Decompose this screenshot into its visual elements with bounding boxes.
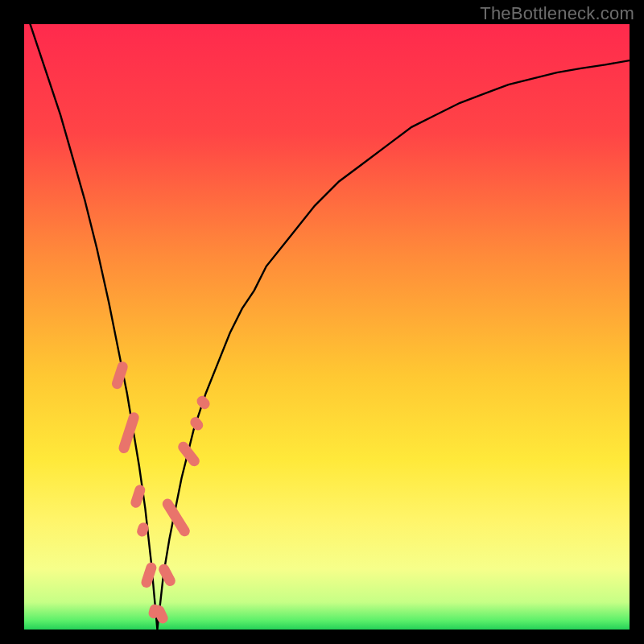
outer-frame: TheBottleneck.com <box>0 0 644 644</box>
watermark-text: TheBottleneck.com <box>480 3 634 24</box>
gradient-background <box>24 24 630 630</box>
bottleneck-chart <box>24 24 630 630</box>
plot-area <box>24 24 630 630</box>
